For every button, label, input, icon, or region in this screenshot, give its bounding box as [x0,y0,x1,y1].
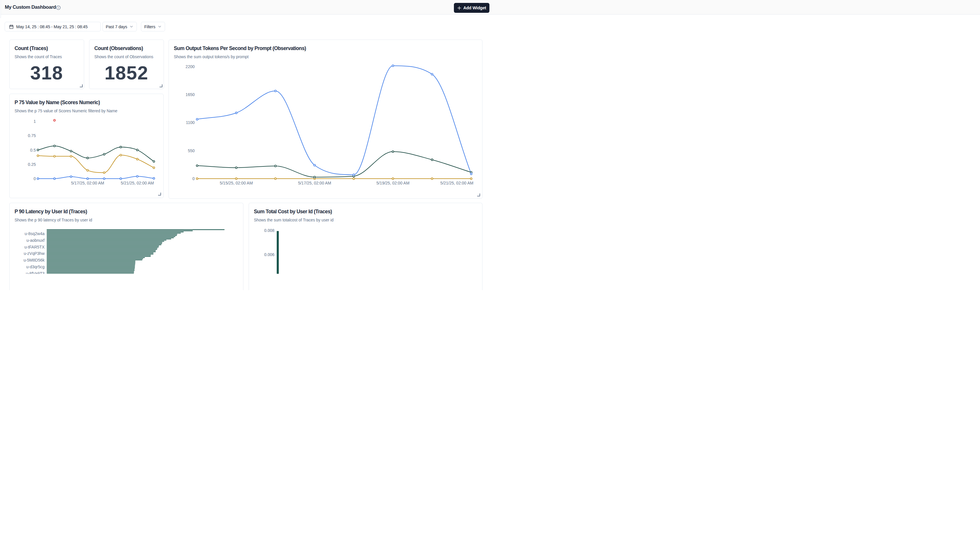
svg-text:1100: 1100 [186,120,194,125]
svg-text:0: 0 [33,176,36,181]
svg-text:5/21/25, 02:00 AM: 5/21/25, 02:00 AM [440,181,473,186]
svg-text:0.5: 0.5 [30,148,36,152]
svg-text:550: 550 [188,148,195,153]
svg-text:5/17/25, 02:00 AM: 5/17/25, 02:00 AM [71,181,104,186]
svg-text:2200: 2200 [185,64,194,69]
svg-text:u-8sq2w4a: u-8sq2w4a [25,231,45,236]
svg-text:0.75: 0.75 [28,133,36,138]
svg-text:5/19/25, 02:00 AM: 5/19/25, 02:00 AM [377,181,410,186]
svg-text:u-tFAR5TX: u-tFAR5TX [24,245,45,249]
svg-text:0.006: 0.006 [264,252,274,257]
svg-text:5/15/25, 02:00 AM: 5/15/25, 02:00 AM [220,181,253,186]
svg-text:1650: 1650 [185,92,194,97]
svg-text:5/21/25, 02:00 AM: 5/21/25, 02:00 AM [121,181,154,186]
svg-text:u-5M8D56k: u-5M8D56k [24,258,45,262]
svg-text:u-aobnuxf: u-aobnuxf [27,238,45,243]
svg-text:u-zVqP3hw: u-zVqP3hw [24,251,45,256]
svg-text:u-8fVa9T3: u-8fVa9T3 [26,271,45,274]
svg-text:5/17/25, 02:00 AM: 5/17/25, 02:00 AM [298,181,331,186]
svg-text:0.008: 0.008 [264,228,274,233]
svg-text:1: 1 [33,119,36,124]
svg-text:u-d3qr5cg: u-d3qr5cg [26,265,45,269]
svg-text:0.25: 0.25 [28,162,36,167]
svg-text:0: 0 [192,176,195,181]
